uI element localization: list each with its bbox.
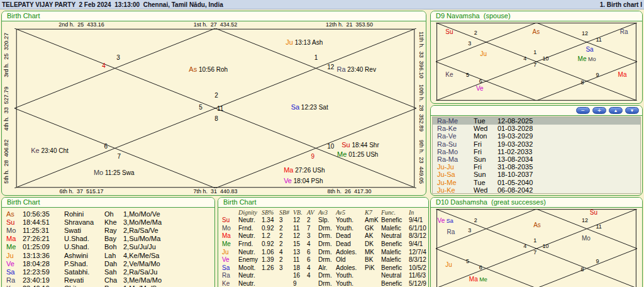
positions-panel: Birth Chart As10:56:35RohiniOh1,Mo/Mo/Ve…	[1, 197, 215, 287]
dasha-row[interactable]: Ra-KeWed01-03-2028	[433, 125, 640, 132]
strength-cell: 3	[279, 264, 293, 271]
strength-cell: 5/12/9	[409, 280, 428, 287]
planet-label: Mo	[582, 235, 591, 242]
birth-chart-panel-title: Birth Chart	[2, 11, 426, 21]
dasha-up-button[interactable]: ▲	[609, 107, 623, 114]
position-cell: Me	[6, 243, 23, 250]
strength-cell: Dead	[336, 232, 365, 239]
position-cell: Ju	[6, 252, 23, 259]
strength-cell: 4	[307, 240, 318, 247]
strength-cell: Benefic	[381, 217, 409, 223]
strength-cell: 7	[307, 225, 318, 232]
dasha-cell: Wed	[474, 125, 497, 132]
strength-header-cell: SB%	[262, 209, 279, 216]
d9-chart[interactable]: 231410756891112SuAsRaJuSaMe MoKeVeMa	[436, 23, 637, 101]
strength-header-cell: Func.	[381, 209, 409, 216]
strength-cell: Drm.	[318, 240, 336, 247]
planet-label: Ra	[620, 29, 628, 35]
birth-chart-panel: Birth Chart 2nd h. 25 433.16 1st h. 27 4…	[1, 11, 426, 196]
strength-cell: Moolt.	[238, 264, 262, 271]
strength-planet-cell: Ke	[222, 280, 238, 287]
strengths-panel: Birth Chart DignitySB%SB#VB.AVAv3Av5K7Fu…	[218, 197, 429, 287]
dasha-cell: 18-10-2037	[497, 171, 640, 178]
strength-cell: 8/3/12	[409, 256, 428, 263]
strength-cell: 4	[307, 264, 318, 271]
sign-number: 3	[468, 41, 471, 47]
house-strength-label: 1st h. 27 434.52	[148, 21, 282, 28]
position-cell: Dah	[104, 260, 123, 267]
strength-row: MeFrnd.0.922154Drm.DeadDKBenefic9/4/1	[222, 240, 428, 248]
strength-header-cell: In	[409, 209, 428, 216]
planet-label: Ma Me	[469, 276, 487, 283]
sign-number: 2	[474, 217, 477, 223]
titlebar-chart-label: 1. Birth chart I	[600, 1, 642, 8]
dasha-row[interactable]: Ju-SaSun18-10-2037	[433, 171, 640, 178]
dasha-row[interactable]: Ra-MeTue12-08-2025	[433, 117, 640, 125]
position-cell: Ray	[104, 227, 123, 234]
strength-cell: 0.92	[262, 225, 279, 232]
planet-label: Ju 13:13 Ash	[286, 39, 323, 46]
house-strength-label: 2nd h. 25 433.16	[14, 21, 148, 28]
position-cell: Revati	[64, 276, 104, 284]
strength-cell: 6	[307, 256, 318, 263]
position-row: Me01:25:09U.Shad.Boh2,Su/Ju/Ju	[6, 243, 214, 251]
strength-row: SaMoolt.1.263184Alr.Adoles.PiKBenefic10/…	[222, 264, 428, 272]
position-cell: 1,Ma/Ma/Sa	[123, 284, 214, 287]
strength-cell: 3	[279, 217, 293, 223]
dasha-row[interactable]: Ju-KeWed06-08-2042	[433, 186, 640, 194]
rasi-chart[interactable]: 341122511867109As 10:56 RohJu 13:13 AshR…	[14, 28, 416, 188]
strength-cell: Youth.	[336, 280, 365, 287]
sign-number: 5	[466, 72, 469, 78]
d10-chart[interactable]: 231410756891112SuAsVe SaRaMoJuMa Me	[436, 209, 637, 287]
dasha-row[interactable]: Ju-MeTue01-05-2040	[433, 179, 640, 186]
dasha-row[interactable]: Ju-JuFri31-08-2035	[433, 163, 640, 171]
dasha-cell: 01-05-2040	[497, 179, 640, 186]
sign-number: 1	[533, 50, 536, 55]
dasha-cell: 12-08-2025	[497, 117, 640, 125]
strength-planet-cell: Mo	[222, 225, 238, 232]
strength-cell: 1.26	[262, 264, 279, 271]
sign-number: 5	[466, 259, 469, 264]
dasha-down-button[interactable]: ▼	[625, 107, 639, 114]
dasha-row[interactable]: Ra-MoFri11-02-2033	[433, 148, 640, 155]
strength-cell: Alr.	[318, 264, 336, 271]
strength-cell: 1.2	[262, 232, 279, 239]
position-cell: Swati	[64, 227, 104, 234]
dasha-row[interactable]: Ra-SuFri19-03-2032	[433, 140, 640, 148]
sign-number: 9	[596, 72, 599, 78]
position-cell: 1,Su/Mo/Ma	[123, 235, 214, 242]
dasha-cell: 31-08-2035	[497, 163, 640, 171]
strength-planet-cell: Ma	[222, 232, 238, 239]
position-cell: Shravana	[64, 218, 104, 226]
strength-cell: 1.39	[262, 256, 279, 263]
strength-cell: 12/7/4	[409, 249, 428, 256]
sign-number: 9	[311, 154, 315, 160]
d9-panel-title: D9 Navamsha (spouse)	[431, 11, 642, 21]
strength-cell: 1.06	[262, 249, 279, 256]
position-cell: 23:40:19	[23, 276, 64, 284]
sign-number: 11	[596, 223, 601, 229]
position-cell: Sa	[6, 268, 23, 276]
dasha-row[interactable]: Ra-VeMon19-03-2029	[433, 132, 640, 140]
strength-cell: Adoles.	[336, 249, 365, 256]
strength-cell: Neutral	[381, 272, 409, 279]
planet-label: Ma 27:26 USh	[284, 167, 325, 174]
dasha-next-button[interactable]: +	[592, 107, 606, 114]
strength-cell: 9	[293, 280, 307, 287]
strength-cell: 8/3/12	[409, 232, 428, 239]
d9-navamsha-panel: D9 Navamsha (spouse) 231410756891112SuAs…	[430, 11, 643, 104]
dasha-cell: Ra-Ve	[437, 132, 474, 140]
position-cell: Ke	[6, 284, 23, 287]
sign-number: 10	[327, 144, 334, 150]
house-strength-label: 6th h. 37 515.17	[14, 188, 148, 195]
strength-planet-cell: Ju	[222, 249, 238, 256]
dasha-cell: Ju-Me	[437, 179, 474, 186]
position-row: As10:56:35RohiniOh1,Mo/Mo/Ve	[6, 210, 214, 218]
dasha-row[interactable]: Ra-MaSun13-08-2034	[433, 155, 640, 163]
dasha-cell: Ra-Mo	[437, 148, 474, 155]
strength-cell: AK	[365, 232, 381, 239]
strength-cell: Youth.	[336, 225, 365, 232]
dasha-previous-button[interactable]: −	[576, 107, 590, 114]
sign-number: 6	[479, 79, 482, 84]
dasha-cell: Wed	[474, 186, 497, 194]
